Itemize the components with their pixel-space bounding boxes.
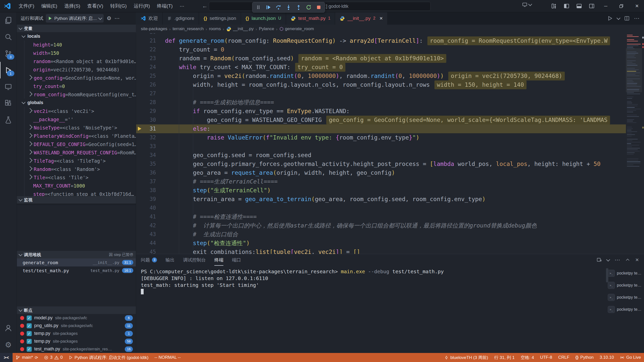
code-line-44[interactable]: 44 step("检查连通性")	[136, 239, 626, 248]
panel-tab-终端[interactable]: 终端	[214, 254, 223, 266]
breakpoint-row[interactable]: ✓temp.pysite-packages58	[17, 337, 136, 345]
minimize-button[interactable]: ─	[599, 0, 613, 12]
status-indentation[interactable]: 空格: 4	[518, 353, 537, 362]
variable-row[interactable]: Tile = <class 'Tile'>	[24, 173, 136, 182]
code-line-31[interactable]: 31 else:	[136, 124, 626, 133]
activity-source-control-icon[interactable]: 3	[0, 45, 17, 62]
close-button[interactable]: ✕	[630, 0, 644, 12]
code-line-25[interactable]: 25 origin = vec2i(random.randint(0, 1000…	[136, 72, 626, 80]
code-line-30[interactable]: 30 geo_config = WASTELAND_GEO_CONFIGgeo_…	[136, 116, 626, 124]
status-debug-config[interactable]: Python 调试程序: 启动文件 (godot-ldtk)	[66, 353, 151, 362]
status-python-version[interactable]: 3.10.10	[597, 353, 617, 362]
customize-layout-icon[interactable]	[548, 1, 559, 11]
debug-step-into-button[interactable]	[284, 3, 293, 11]
tab-launch.json[interactable]: {}launch.jsonU	[241, 12, 286, 25]
breadcrumb-item[interactable]: site-packages	[141, 26, 167, 31]
activity-remote-explorer-icon[interactable]	[0, 78, 17, 95]
variable-row[interactable]: NoiseType = <class 'NoiseType'>	[24, 123, 136, 132]
status-language-mode[interactable]: {}Python	[572, 353, 596, 362]
tab-settings.json[interactable]: {}settings.json	[199, 12, 241, 25]
close-panel-icon[interactable]: ✕	[635, 257, 639, 263]
chevron-down-icon[interactable]	[606, 257, 610, 261]
code-line-39[interactable]: 39 terrain_area = geo_area_to_terrain(ge…	[136, 195, 626, 204]
code-line-23[interactable]: 23 random = Random(room_config.seed)rand…	[136, 54, 626, 63]
tab-test_math.py[interactable]: test_math.py1	[286, 12, 335, 25]
code-line-29[interactable]: 29 if room_config.env_type == EnvType.WA…	[136, 107, 626, 116]
split-editor-button[interactable]	[624, 16, 629, 21]
debug-step-out-button[interactable]	[294, 3, 303, 11]
variable-row[interactable]: TileTag = <class 'TileTag'>	[24, 157, 136, 165]
panel-tab-输出[interactable]: 输出	[166, 254, 175, 266]
variable-row[interactable]: height = 140	[24, 40, 136, 49]
variables-section-header[interactable]: 变量	[17, 25, 136, 32]
code-line-38[interactable]: 38 step("生成TerrainCell")	[136, 186, 626, 195]
variable-row[interactable]: DEFAULT_GEO_CONFIG = GeoConfig(seed=1…	[24, 140, 136, 148]
terminal-instance[interactable]: >_pocketpy te…	[608, 304, 642, 314]
scope-globals[interactable]: globals	[17, 99, 136, 107]
tab-close-icon[interactable]: ✕	[379, 16, 383, 21]
menu-终端[interactable]: 终端(T)	[153, 2, 176, 10]
debug-stop-button[interactable]	[314, 3, 323, 11]
breakpoint-row[interactable]: ✓temp.pysite-packages1	[17, 330, 136, 337]
variable-row[interactable]: Random = <class 'Random'>	[24, 165, 136, 173]
panel-tab-问题[interactable]: 问题3	[141, 254, 157, 266]
breadcrumb-item[interactable]: terrain_research	[173, 26, 204, 31]
code-line-42[interactable]: 42 # 计算每一个出口的中心，然后使用astar生成路径，确保每一个出口组合都…	[136, 221, 626, 230]
status-cursor-position[interactable]: 行 31, 列 1	[491, 353, 518, 362]
activity-testing-icon[interactable]	[0, 112, 17, 128]
breakpoint-checkbox[interactable]: ✓	[27, 323, 32, 328]
activity-run-and-debug-icon[interactable]: 1	[0, 62, 17, 78]
status-problems[interactable]: 30	[41, 353, 66, 362]
breakpoint-checkbox[interactable]: ✓	[27, 331, 32, 336]
toggle-secondary-sidebar-icon[interactable]	[586, 1, 597, 11]
toggle-sidebar-icon[interactable]	[561, 1, 572, 11]
code-line-20[interactable]: 20	[136, 33, 626, 36]
code-line-32[interactable]: 32 raise ValueError(f"Invalid env type: …	[136, 133, 626, 142]
variable-row[interactable]: origin = vec2i(7205730, 9024468)	[24, 65, 136, 74]
status-git-blame[interactable]: blueloveTH (3 周前)	[441, 353, 491, 362]
status-go-live[interactable]: Go Live	[617, 353, 644, 362]
variable-row[interactable]: PlanetaryWindConfig = <class 'Planeta…	[24, 132, 136, 140]
variable-row[interactable]: try_count = 0	[24, 82, 136, 90]
menu-more[interactable]: ⋯	[176, 2, 188, 10]
breakpoint-checkbox[interactable]: ✓	[27, 315, 32, 321]
code-line-22[interactable]: 22 try_count = 0	[136, 45, 626, 54]
debug-step-over-button[interactable]	[274, 3, 283, 11]
code-line-37[interactable]: 37 # ====生成TerrainCell====	[136, 177, 626, 186]
debug-continue-button[interactable]	[264, 3, 273, 11]
breakpoint-checkbox[interactable]: ✓	[27, 347, 32, 352]
restore-button[interactable]	[614, 0, 628, 12]
stack-frame[interactable]: test/test_math.pytest_math.py16:1	[17, 266, 136, 275]
debug-config-dropdown[interactable]: Python 调试程序: 启…	[46, 14, 104, 23]
breakpoint-row[interactable]: ✓model.pysite-packages\wfc6	[17, 314, 136, 322]
code-line-41[interactable]: 41 # ====检查连通性====	[136, 212, 626, 221]
variable-row[interactable]: vec2i = <class 'vec2i'>	[24, 107, 136, 115]
variable-row[interactable]: WASTELAND_ROOM_REQUEST_CONFIG = RoomR…	[24, 148, 136, 157]
code-line-34[interactable]: 34 geo_config.seed = room_config.seed	[136, 151, 626, 160]
breadcrumb-item[interactable]: rooms	[209, 26, 221, 31]
code-line-24[interactable]: 24 while try_count < MAX_TRY_COUNT:try_c…	[136, 63, 626, 72]
code-line-40[interactable]: 40	[136, 204, 626, 212]
menu-查看[interactable]: 查看(V)	[84, 2, 107, 10]
code-editor[interactable]: 2021def generate_room(room_config: RoomR…	[136, 33, 626, 254]
activity-accounts-icon[interactable]	[0, 320, 17, 336]
menu-编辑[interactable]: 编辑(E)	[38, 2, 61, 10]
run-python-button[interactable]	[608, 16, 613, 21]
status-git-branch[interactable]: main*⟳	[13, 353, 41, 362]
status-eol[interactable]: CRLF	[555, 353, 572, 362]
scope-locals[interactable]: locals	[17, 32, 136, 40]
terminal-instance[interactable]: >_pocketpy te…	[608, 292, 642, 302]
code-line-27[interactable]: 27	[136, 89, 626, 98]
code-line-45[interactable]: 45 exit_combinations:list[tuple[vec2i, v…	[136, 248, 626, 254]
variable-row[interactable]: step = <function step at 0x1bf8d716d…	[24, 190, 136, 196]
variable-row[interactable]: MAX_TRY_COUNT = 1000	[24, 182, 136, 190]
code-line-36[interactable]: 36 geo_area = request_area(origin, width…	[136, 168, 626, 177]
breadcrumb-item[interactable]: Pylance	[259, 26, 274, 31]
variable-row[interactable]: random = <Random object at 0x1bf9d01e…	[24, 57, 136, 65]
code-line-35[interactable]: 35 geo_config.primary_forces.geothermal_…	[136, 160, 626, 168]
variable-row[interactable]: room_config = RoomRequestConfig(env_t…	[24, 90, 136, 99]
minimap[interactable]	[626, 33, 642, 254]
menu-文件[interactable]: 文件(F)	[15, 2, 38, 10]
nav-back-icon[interactable]: ←	[202, 3, 208, 9]
variable-row[interactable]: __package__ = ''	[24, 115, 136, 123]
